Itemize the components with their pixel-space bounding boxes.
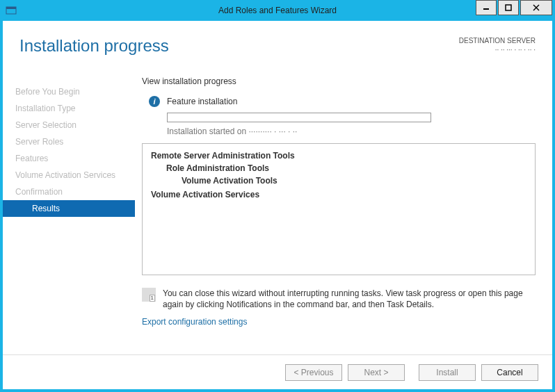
- sidebar-item-installation-type: Installation Type: [3, 100, 135, 117]
- progress-wrap: [167, 113, 536, 122]
- sidebar-item-server-selection: Server Selection: [3, 117, 135, 133]
- result-line-0: Remote Server Administration Tools: [151, 151, 526, 161]
- install-started-text: Installation started on ·········· · ···…: [167, 126, 536, 136]
- sidebar: Before You Begin Installation Type Serve…: [3, 76, 135, 354]
- svg-rect-3: [506, 5, 511, 10]
- results-box: Remote Server Administration Tools Role …: [142, 143, 536, 275]
- client-area: Installation progress DESTINATION SERVER…: [3, 21, 552, 389]
- wizard-window: Add Roles and Features Wizard Installati…: [0, 0, 555, 392]
- body: Before You Begin Installation Type Serve…: [3, 76, 552, 354]
- window-title: Add Roles and Features Wizard: [0, 6, 555, 15]
- app-icon: [6, 5, 17, 16]
- result-line-3: Volume Activation Services: [151, 190, 526, 199]
- progress-bar: [167, 113, 431, 122]
- next-button: Next >: [348, 364, 405, 381]
- install-button: Install: [419, 364, 476, 381]
- previous-button: < Previous: [285, 364, 342, 381]
- sidebar-item-server-roles: Server Roles: [3, 133, 135, 150]
- sidebar-item-before-you-begin: Before You Begin: [3, 83, 135, 100]
- maximize-button[interactable]: [498, 0, 519, 15]
- main-panel: View installation progress i Feature ins…: [135, 76, 552, 354]
- svg-rect-1: [6, 7, 16, 9]
- info-icon: i: [149, 96, 160, 107]
- footer: < Previous Next > Install Cancel: [3, 354, 552, 389]
- hint-text: You can close this wizard without interr…: [163, 288, 536, 310]
- feature-status-row: i Feature installation: [149, 96, 536, 107]
- flag-icon: [142, 288, 156, 302]
- destination-block: DESTINATION SERVER ·· ·· ··· · ·· · ·· ·: [459, 36, 536, 54]
- result-line-1: Role Administration Tools: [166, 163, 526, 173]
- titlebar: Add Roles and Features Wizard: [0, 0, 555, 21]
- close-button[interactable]: [520, 0, 552, 15]
- sidebar-item-features: Features: [3, 150, 135, 167]
- sidebar-item-confirmation: Confirmation: [3, 183, 135, 200]
- feature-status-text: Feature installation: [167, 97, 237, 106]
- result-line-2: Volume Activation Tools: [182, 176, 526, 186]
- sidebar-item-volume-activation: Volume Activation Services: [3, 167, 135, 183]
- cancel-button[interactable]: Cancel: [481, 364, 538, 381]
- destination-label: DESTINATION SERVER: [459, 36, 536, 45]
- hint-row: You can close this wizard without interr…: [142, 288, 536, 310]
- sidebar-item-results: Results: [3, 200, 135, 217]
- page-title: Installation progress: [19, 36, 169, 56]
- header: Installation progress DESTINATION SERVER…: [3, 21, 552, 68]
- minimize-button[interactable]: [476, 0, 497, 15]
- destination-value: ·· ·· ··· · ·· · ·· ·: [459, 45, 536, 54]
- window-controls: [474, 0, 552, 15]
- export-config-link[interactable]: Export configuration settings: [142, 317, 536, 327]
- section-label: View installation progress: [142, 76, 536, 86]
